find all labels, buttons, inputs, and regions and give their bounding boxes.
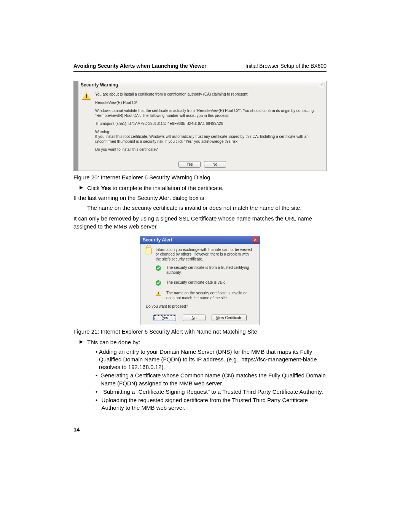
figure-20-container: Security Warning × You are about to inst… xyxy=(73,81,327,171)
footer-rule xyxy=(73,423,327,423)
icon-cell xyxy=(156,280,166,286)
dialog-row: The security certificate date is valid. xyxy=(145,280,255,286)
yes-button[interactable]: Yes xyxy=(178,161,201,168)
quoted-paragraph: The name on the security certificate is … xyxy=(87,204,327,212)
dialog-button-row: Yes No View Certificate xyxy=(140,314,260,325)
dialog-row: The security certificate is from a trust… xyxy=(145,265,255,275)
dialog-text: Warning: If you install this root certif… xyxy=(95,130,322,144)
bullet-list: •Adding an entry to your Domain Name Ser… xyxy=(96,348,327,412)
list-item: •Adding an entry to your Domain Name Ser… xyxy=(96,348,327,371)
icon-cell xyxy=(156,291,166,300)
body-text: ▶ Click Yes to complete the installation… xyxy=(73,184,327,230)
list-item: •Uploading the requested signed certific… xyxy=(96,396,327,412)
dialog-title: Security Alert xyxy=(143,237,172,243)
bullet-icon: • xyxy=(96,348,99,371)
dialog-text-column: You are about to install a certificate f… xyxy=(95,92,322,156)
dialog-title: Security Warning xyxy=(81,82,118,88)
yes-button[interactable]: Yes xyxy=(153,315,176,321)
header-right: Initial Browser Setup of the BX600 xyxy=(245,63,327,69)
icon-cell xyxy=(145,265,156,275)
page-header: Avoiding Security Alerts when Launching … xyxy=(73,63,327,71)
figure-20-caption: Figure 20: Internet Explorer 6 Security … xyxy=(73,174,327,181)
dialog-text: The security certificate date is valid. xyxy=(166,280,255,286)
no-button[interactable]: No xyxy=(183,315,206,321)
dialog-text: RemoteView(R) Root CA xyxy=(95,101,322,105)
paragraph: If the last warning on the Security Aler… xyxy=(73,194,327,202)
dialog-text: Information you exchange with this site … xyxy=(156,248,255,262)
lock-icon xyxy=(145,248,152,254)
warning-icon xyxy=(82,92,91,100)
paragraph: It can only be removed by using a signed… xyxy=(73,215,327,230)
close-icon[interactable]: × xyxy=(252,237,258,243)
dialog-button-row: Yes No xyxy=(78,160,326,171)
header-left: Avoiding Security Alerts when Launching … xyxy=(73,63,207,69)
figure-gutter xyxy=(73,81,78,171)
list-item: •Generating a Certificate whose Common N… xyxy=(96,372,327,387)
check-icon xyxy=(156,280,161,286)
body-text: ▶ This can be done by: •Adding an entry … xyxy=(73,339,327,412)
check-icon xyxy=(156,265,161,271)
dialog-text: The security certificate is from a trust… xyxy=(166,265,255,275)
document-page: Avoiding Security Alerts when Launching … xyxy=(73,63,327,433)
icon-cell xyxy=(145,291,156,300)
view-certificate-button[interactable]: View Certificate xyxy=(212,315,246,321)
dialog-titlebar: Security Alert × xyxy=(140,236,260,244)
dialog-row: Information you exchange with this site … xyxy=(145,248,255,262)
dialog-text: Do you want to install this certificate? xyxy=(95,147,322,152)
bullet-icon: • xyxy=(96,388,103,396)
figure-21-caption: Figure 21: Internet Explorer 6 Security … xyxy=(73,328,327,335)
instruction-item: ▶ This can be done by: xyxy=(80,339,327,346)
close-icon[interactable]: × xyxy=(319,82,325,87)
header-rule xyxy=(73,71,327,72)
arrow-icon: ▶ xyxy=(80,339,87,346)
dialog-body: Information you exchange with this site … xyxy=(140,244,260,314)
icon-cell xyxy=(156,265,166,275)
page-number: 14 xyxy=(73,426,327,433)
dialog-text: Thumbprint (sha1): B71AA79C 393131CD 4E9… xyxy=(95,121,322,126)
icon-cell xyxy=(145,248,156,262)
dialog-text: Do you want to proceed? xyxy=(146,304,255,308)
arrow-icon: ▶ xyxy=(80,184,87,192)
list-item: •Submitting a "Certificate Signing Reque… xyxy=(96,388,327,396)
icon-cell xyxy=(145,280,156,286)
instruction-item: ▶ Click Yes to complete the installation… xyxy=(80,184,327,192)
dialog-text: You are about to install a certificate f… xyxy=(95,92,322,97)
dialog-icon-column xyxy=(82,92,95,156)
security-warning-dialog: Security Warning × You are about to inst… xyxy=(78,81,327,171)
dialog-text: Windows cannot validate that the certifi… xyxy=(95,109,322,118)
dialog-text: The name on the security certificate is … xyxy=(166,291,255,300)
warning-icon xyxy=(156,291,161,296)
dialog-body: You are about to install a certificate f… xyxy=(78,89,326,160)
no-button[interactable]: No xyxy=(204,161,226,168)
dialog-row: The name on the security certificate is … xyxy=(145,291,255,300)
bullet-icon: • xyxy=(96,372,100,387)
dialog-titlebar: Security Warning × xyxy=(78,81,326,89)
bullet-icon: • xyxy=(96,396,101,412)
security-alert-dialog: Security Alert × Information you exchang… xyxy=(140,236,260,326)
